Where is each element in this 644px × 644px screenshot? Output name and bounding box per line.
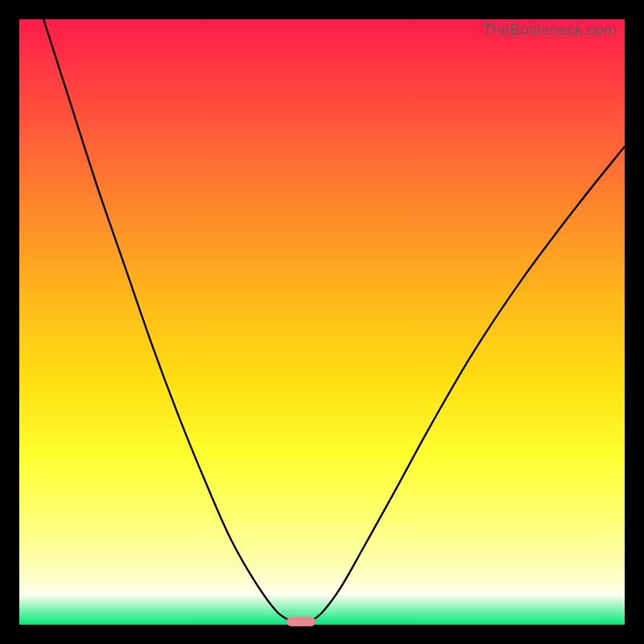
curve-layer — [19, 19, 625, 625]
minimum-marker — [287, 617, 316, 626]
curve-left-branch — [43, 19, 291, 621]
watermark-text: TheBottleneck.com — [483, 21, 617, 39]
plot-area: TheBottleneck.com — [19, 19, 625, 625]
chart-frame: TheBottleneck.com — [0, 0, 644, 644]
curve-right-branch — [310, 147, 625, 621]
